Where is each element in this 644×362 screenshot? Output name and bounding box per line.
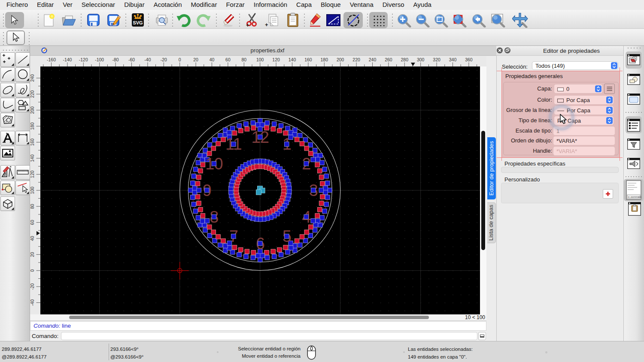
svg-text:200: 200 [30,106,35,114]
svg-text:140: 140 [30,154,35,162]
svg-text:-80: -80 [112,57,119,62]
svg-text:-120: -120 [79,57,88,62]
svg-text:80: 80 [30,204,35,209]
svg-text:-60: -60 [128,57,135,62]
svg-text:20: 20 [30,252,35,257]
svg-text:160: 160 [304,57,312,62]
svg-text:240: 240 [30,74,35,82]
svg-text:160: 160 [30,139,35,146]
svg-text:-40: -40 [30,299,35,306]
svg-text:120: 120 [272,57,280,62]
svg-text:180: 180 [30,122,35,130]
svg-text:240: 240 [369,57,377,62]
svg-text:-20: -20 [30,283,35,290]
svg-text:120: 120 [30,170,35,178]
svg-text:c..command: c..command [628,196,641,198]
svg-text:140: 140 [289,57,296,62]
svg-text:60: 60 [30,220,35,225]
svg-text:200: 200 [337,57,344,62]
svg-text:220: 220 [30,90,35,98]
svg-text:60: 60 [225,57,231,62]
svg-text:220: 220 [352,57,360,62]
svg-text:260: 260 [385,57,392,62]
svg-text:-100: -100 [95,57,104,62]
svg-text:0: 0 [179,57,181,62]
svg-text:100: 100 [30,187,35,194]
svg-text:40: 40 [30,236,35,241]
svg-text:-40: -40 [144,57,151,62]
svg-text:+: + [265,21,268,27]
svg-text:20: 20 [193,57,198,62]
svg-text:80: 80 [241,57,246,62]
svg-text:-140: -140 [63,57,72,62]
svg-text:180: 180 [321,57,328,62]
svg-text:280: 280 [401,57,409,62]
svg-text:-160: -160 [47,57,56,62]
svg-text:360: 360 [465,57,473,62]
svg-text:40: 40 [210,57,215,62]
svg-text:-20: -20 [161,57,167,62]
svg-text:0: 0 [30,269,35,272]
svg-text:300: 300 [417,57,425,62]
svg-text:340: 340 [449,57,457,62]
svg-text:100: 100 [256,57,264,62]
svg-text:320: 320 [433,57,440,62]
svg-text:SVG: SVG [133,20,143,25]
svg-text:+: + [246,22,249,27]
